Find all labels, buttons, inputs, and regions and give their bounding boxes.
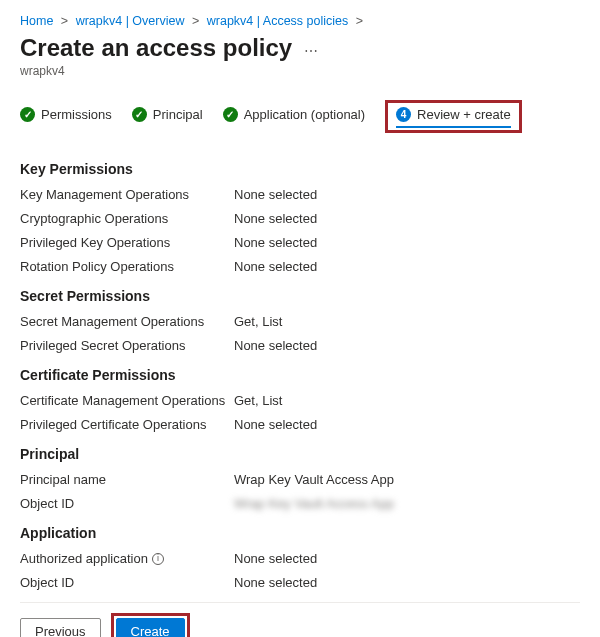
step-number-icon: 4 <box>396 107 411 122</box>
wizard-footer: Previous Create <box>20 613 580 637</box>
tab-label: Application (optional) <box>244 107 365 122</box>
row-label: Secret Management Operations <box>20 314 234 329</box>
previous-button[interactable]: Previous <box>20 618 101 637</box>
table-row: Key Management Operations None selected <box>20 187 580 202</box>
section-heading-secret: Secret Permissions <box>20 288 580 304</box>
table-row: Privileged Secret Operations None select… <box>20 338 580 353</box>
table-row: Secret Management Operations Get, List <box>20 314 580 329</box>
breadcrumb-overview[interactable]: wrapkv4 | Overview <box>76 14 185 28</box>
breadcrumb-sep: > <box>356 14 363 28</box>
tab-application[interactable]: ✓ Application (optional) <box>223 107 365 126</box>
section-heading-application: Application <box>20 525 580 541</box>
row-value: None selected <box>234 417 317 432</box>
row-label: Cryptographic Operations <box>20 211 234 226</box>
breadcrumb-home[interactable]: Home <box>20 14 53 28</box>
row-value: None selected <box>234 575 317 590</box>
check-icon: ✓ <box>223 107 238 122</box>
wizard-tabs: ✓ Permissions ✓ Principal ✓ Application … <box>20 100 580 133</box>
table-row: Privileged Key Operations None selected <box>20 235 580 250</box>
breadcrumb-sep: > <box>192 14 199 28</box>
row-value: None selected <box>234 187 317 202</box>
row-label: Principal name <box>20 472 234 487</box>
breadcrumb-access-policies[interactable]: wrapkv4 | Access policies <box>207 14 349 28</box>
page-subtitle: wrapkv4 <box>20 64 580 78</box>
row-label: Authorized application i <box>20 551 234 566</box>
tab-review-create[interactable]: 4 Review + create <box>396 107 511 128</box>
check-icon: ✓ <box>132 107 147 122</box>
row-value: Get, List <box>234 314 282 329</box>
info-icon[interactable]: i <box>152 553 164 565</box>
row-value: None selected <box>234 259 317 274</box>
table-row: Certificate Management Operations Get, L… <box>20 393 580 408</box>
section-heading-key: Key Permissions <box>20 161 580 177</box>
check-icon: ✓ <box>20 107 35 122</box>
tab-principal[interactable]: ✓ Principal <box>132 107 203 126</box>
row-label: Key Management Operations <box>20 187 234 202</box>
breadcrumb-sep: > <box>61 14 68 28</box>
page-title: Create an access policy <box>20 34 292 62</box>
table-row: Object ID None selected <box>20 575 580 590</box>
tab-label: Principal <box>153 107 203 122</box>
tab-permissions[interactable]: ✓ Permissions <box>20 107 112 126</box>
row-label: Object ID <box>20 575 234 590</box>
table-row: Object ID Wrap Key Vault Access App <box>20 496 580 511</box>
row-value: None selected <box>234 551 317 566</box>
row-label: Object ID <box>20 496 234 511</box>
row-label-text: Authorized application <box>20 551 148 566</box>
section-heading-certificate: Certificate Permissions <box>20 367 580 383</box>
breadcrumb: Home > wrapkv4 | Overview > wrapkv4 | Ac… <box>20 14 580 28</box>
tab-label: Review + create <box>417 107 511 122</box>
tab-review-highlight: 4 Review + create <box>385 100 522 133</box>
section-heading-principal: Principal <box>20 446 580 462</box>
table-row: Principal name Wrap Key Vault Access App <box>20 472 580 487</box>
create-button[interactable]: Create <box>116 618 185 637</box>
row-label: Rotation Policy Operations <box>20 259 234 274</box>
row-value-redacted: Wrap Key Vault Access App <box>234 496 394 511</box>
row-value: Get, List <box>234 393 282 408</box>
tab-label: Permissions <box>41 107 112 122</box>
row-value: Wrap Key Vault Access App <box>234 472 394 487</box>
row-value: None selected <box>234 235 317 250</box>
row-label: Privileged Secret Operations <box>20 338 234 353</box>
row-label: Privileged Key Operations <box>20 235 234 250</box>
row-value: None selected <box>234 211 317 226</box>
create-button-highlight: Create <box>111 613 190 637</box>
row-label: Certificate Management Operations <box>20 393 234 408</box>
table-row: Cryptographic Operations None selected <box>20 211 580 226</box>
table-row: Authorized application i None selected <box>20 551 580 566</box>
row-value: None selected <box>234 338 317 353</box>
more-actions-button[interactable]: ⋯ <box>304 43 318 59</box>
table-row: Rotation Policy Operations None selected <box>20 259 580 274</box>
footer-divider <box>20 602 580 603</box>
table-row: Privileged Certificate Operations None s… <box>20 417 580 432</box>
row-label: Privileged Certificate Operations <box>20 417 234 432</box>
